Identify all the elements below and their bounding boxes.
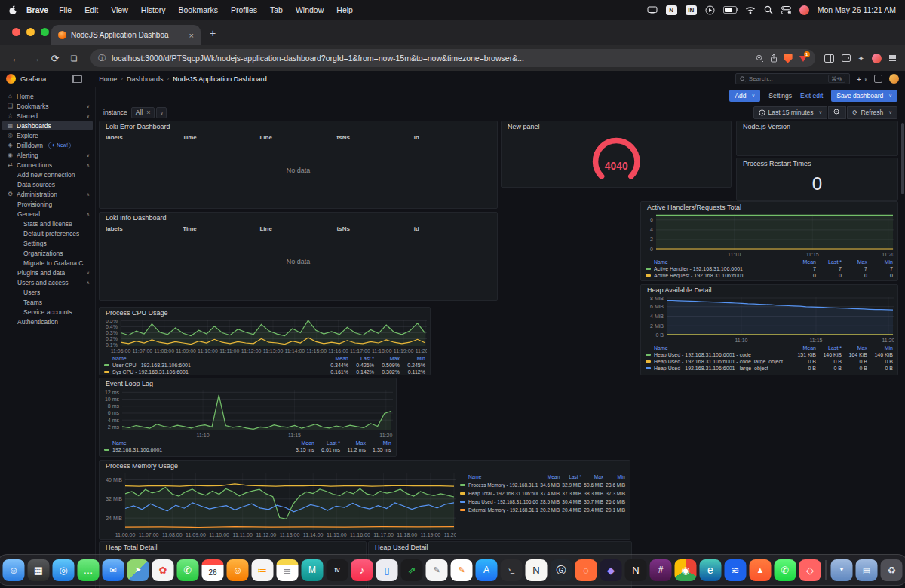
sidebar-item-migrate-to-grafana-cloud[interactable]: Migrate to Grafana Cloud xyxy=(2,258,93,268)
sidebar-item-alerting[interactable]: ◉ Alerting ∨ xyxy=(2,150,93,160)
dock-slack[interactable]: # xyxy=(650,559,672,581)
legend-row[interactable]: External Memory - 192.168.31.106:6001 20… xyxy=(460,506,625,514)
browser-menu-icon[interactable] xyxy=(889,57,896,58)
dock-mimestream[interactable]: M xyxy=(302,559,324,581)
dock-music[interactable]: ♪ xyxy=(351,559,373,581)
panel-title[interactable]: New panel xyxy=(502,121,731,133)
bookmark-icon[interactable]: ❏ xyxy=(66,54,81,63)
leo-ai-icon[interactable]: ✦ xyxy=(858,54,864,63)
sidebar-item-explore[interactable]: ◎ Explore xyxy=(2,130,93,140)
dock-mail[interactable]: ✉ xyxy=(103,559,124,581)
dock-app-store[interactable]: A xyxy=(476,559,498,581)
apple-logo[interactable] xyxy=(9,5,17,15)
dock-freeform[interactable]: ✎ xyxy=(426,559,448,581)
menu-item[interactable]: Help xyxy=(336,5,353,14)
legend-row[interactable]: Active Request - 192.168.31.106:6001 0 0… xyxy=(646,272,893,279)
dock-trash[interactable]: ♻ xyxy=(881,559,903,581)
dock-keynote[interactable]: ✎ xyxy=(451,559,473,581)
panel-title[interactable]: Heap Available Detail xyxy=(641,285,897,296)
menu-item[interactable]: View xyxy=(111,5,128,14)
table-column-header[interactable]: tsNs xyxy=(337,225,414,232)
sidebar-item-administration[interactable]: ⚙ Administration ∧ xyxy=(2,189,93,199)
wifi-icon[interactable] xyxy=(745,6,756,14)
legend-row[interactable]: Heap Used - 192.168.31.106:6001 - code 1… xyxy=(646,351,893,358)
panel-title[interactable]: Node.js Version xyxy=(737,121,897,133)
sidebar-item-service-accounts[interactable]: Service accounts xyxy=(2,307,93,317)
legend-row[interactable]: Active Handler - 192.168.31.106:6001 7 7… xyxy=(646,265,893,272)
warning-flag-icon[interactable]: 1 xyxy=(799,54,808,63)
playback-icon[interactable] xyxy=(705,5,715,15)
panel-title[interactable]: Loki Error Dashboard xyxy=(100,121,497,133)
notion-status-icon[interactable]: N xyxy=(666,5,677,15)
profile-avatar[interactable] xyxy=(872,54,882,63)
panel-title[interactable]: Event Loop Lag xyxy=(100,378,396,390)
event-loop-chart[interactable]: 2 ms4 ms6 ms8 ms10 ms12 ms11:1011:1511:2… xyxy=(103,390,393,439)
close-window-button[interactable] xyxy=(12,28,20,36)
legend-row[interactable]: User CPU - 192.168.31.106:6001 0.344% 0.… xyxy=(104,362,425,369)
add-button[interactable]: Add∨ xyxy=(729,90,760,102)
dock-documents-folder[interactable]: ▤ xyxy=(856,559,878,581)
menu-avatar[interactable] xyxy=(799,5,809,15)
user-avatar[interactable] xyxy=(889,74,899,84)
dock-notion-calendar[interactable]: N xyxy=(625,559,647,581)
sidebar-item-bookmarks[interactable]: ❏ Bookmarks ∨ xyxy=(2,101,93,111)
display-icon[interactable] xyxy=(647,6,658,14)
time-range-picker[interactable]: Last 15 minutes∨ xyxy=(753,106,828,119)
dock-launchpad[interactable]: ▦ xyxy=(28,559,50,581)
menu-item[interactable]: Tab xyxy=(270,5,283,14)
dock-stocks[interactable]: ⇗ xyxy=(401,559,423,581)
dock-iphone-mirroring[interactable]: ▯ xyxy=(376,559,398,581)
menu-item[interactable]: Edit xyxy=(84,5,98,14)
table-column-header[interactable]: tsNs xyxy=(337,134,414,141)
sidebar-item-provisioning[interactable]: Provisioning xyxy=(2,199,93,209)
panel-title[interactable]: Process Restart Times xyxy=(737,158,897,170)
table-column-header[interactable]: labels xyxy=(106,134,183,141)
brave-shield-icon[interactable] xyxy=(784,54,793,63)
dock-postman[interactable]: ◌ xyxy=(575,559,597,581)
menu-item[interactable]: Bookmarks xyxy=(178,5,218,14)
table-column-header[interactable]: Time xyxy=(183,134,259,141)
dock-maps[interactable]: ➤ xyxy=(127,559,149,581)
forward-button[interactable]: → xyxy=(27,53,44,64)
new-tab-button[interactable]: + xyxy=(210,28,216,38)
menu-clock[interactable]: Mon May 26 11:21 AM xyxy=(818,5,896,14)
dock-brave[interactable]: ▲ xyxy=(750,559,772,581)
handlers-chart[interactable]: 024611:1011:1511:20 xyxy=(644,214,894,258)
gauge[interactable]: 4040 xyxy=(502,133,731,185)
panel-title[interactable]: Heap Used Detail xyxy=(369,542,631,553)
wallet-icon[interactable] xyxy=(842,54,851,62)
zoom-icon[interactable] xyxy=(756,54,764,63)
dock-obsidian[interactable]: ◆ xyxy=(600,559,622,581)
dock-docker[interactable]: ≋ xyxy=(725,559,747,581)
menu-item[interactable]: Window xyxy=(296,5,324,14)
sidebar-item-dashboards[interactable]: ▦ Dashboards xyxy=(2,121,93,130)
dock-edge[interactable]: e xyxy=(700,559,722,581)
legend-row[interactable]: Heap Used - 192.168.31.106:6001 - large_… xyxy=(646,365,893,372)
legend-row[interactable]: 192.168.31.106:6001 3.15 ms 6.61 ms 11.2… xyxy=(104,446,391,453)
cpu-chart[interactable]: 0.1%0.2%0.3%0.4%0.5%11:06:0011:07:0011:0… xyxy=(103,320,427,354)
sidebar-item-authentication[interactable]: Authentication xyxy=(2,317,93,326)
exit-edit-button[interactable]: Exit edit xyxy=(800,92,823,100)
sidebar-item-add-new-connection[interactable]: Add new connection xyxy=(2,170,93,179)
sidebar-item-settings[interactable]: Settings xyxy=(2,238,93,248)
add-menu-icon[interactable]: +∨ xyxy=(857,75,867,84)
apps-grid-icon[interactable] xyxy=(874,75,882,83)
legend-row[interactable]: Heap Used - 192.168.31.106:6001 - code_l… xyxy=(646,358,893,365)
dock-chrome[interactable]: ◉ xyxy=(675,559,697,581)
battery-icon[interactable] xyxy=(723,6,737,14)
table-column-header[interactable]: Time xyxy=(183,225,259,232)
legend-row[interactable]: Heap Total - 192.168.31.106:6001 37.4 Mi… xyxy=(460,489,625,498)
sidebar-item-home[interactable]: ⌂ Home xyxy=(2,91,93,101)
browser-tab[interactable]: NodeJS Application Dashboa × xyxy=(51,25,201,45)
sidebar-item-plugins-and-data[interactable]: Plugins and data ∨ xyxy=(2,268,93,277)
dock-calendar[interactable]: 26 xyxy=(202,559,224,581)
search-input[interactable]: Search... ⌘+k xyxy=(735,73,850,84)
dock-downloads-folder[interactable]: ▼ xyxy=(831,559,853,581)
table-column-header[interactable]: labels xyxy=(106,225,183,232)
legend-row[interactable]: Sys CPU - 192.168.31.106:6001 0.161% 0.1… xyxy=(104,369,425,375)
legend-row[interactable]: Process Memory - 192.168.31.106:6001 34.… xyxy=(460,481,625,489)
memory-chart[interactable]: 24 MiB32 MiB40 MiB11:06:0011:07:0011:08:… xyxy=(103,473,456,538)
dock-safari[interactable]: ◎ xyxy=(53,559,75,581)
url-text[interactable]: localhost:3000/d/PTSqcpJWk/nodejs-applic… xyxy=(112,54,750,63)
minimize-window-button[interactable] xyxy=(26,28,35,36)
